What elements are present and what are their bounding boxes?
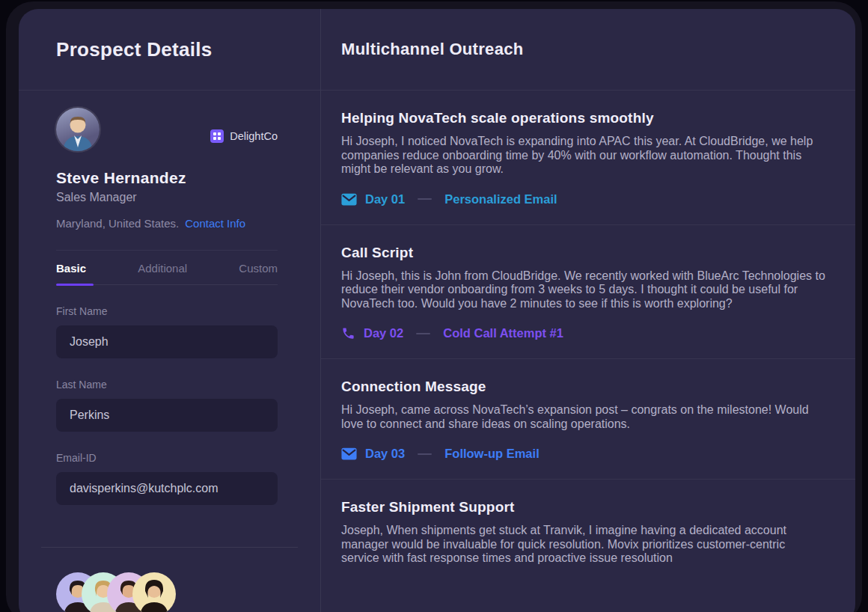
app-window: Prospect Details DelightCo [19,9,855,612]
tab-basic-label: Basic [56,262,86,275]
tab-basic[interactable]: Basic [56,262,86,284]
card-title: Faster Shipment Support [341,499,825,515]
email-id-label: Email-ID [56,452,278,464]
prospect-details-panel: Prospect Details DelightCo [19,9,321,612]
channel-tag: Personalized Email [444,192,557,206]
phone-icon [341,326,355,340]
email-icon [341,193,357,206]
person-photo-icon [56,108,100,151]
outreach-card-day-03: Connection Message Hi Joseph, came acros… [321,359,855,480]
team-avatar [132,572,176,612]
company-name: DelightCo [230,130,278,142]
prospect-panel-header: Prospect Details [19,9,320,91]
email-icon [341,447,357,460]
day-label: Day 03 [365,447,405,461]
multichannel-outreach-panel: Multichannel Outreach Helping NovaTech s… [321,9,855,612]
day-01-link[interactable]: Day 01 Personalized Email [341,192,825,206]
channel-tag: Follow-up Email [444,447,540,461]
outreach-card-day-01: Helping NovaTech scale operations smooth… [321,91,855,225]
active-tab-underline [56,284,94,286]
day-label: Day 02 [364,326,403,340]
separator-dash [418,453,432,455]
card-body: Hi Joseph, came across NovaTech’s expans… [341,403,825,431]
email-id-input[interactable] [56,472,278,505]
divider [41,547,298,548]
card-body: Joseph, When shipments get stuck at Tran… [341,524,825,566]
outreach-card-day-02: Call Script Hi Joseph, this is John from… [321,225,855,360]
tab-additional[interactable]: Additional [138,262,187,284]
prospect-name: Steve Hernandez [56,169,278,187]
team-avatar-stack[interactable] [56,572,278,612]
prospect-location: Maryland, United States. [56,217,179,230]
outreach-panel-title: Multichannel Outreach [341,40,523,59]
contact-info-link[interactable]: Contact Info [185,217,245,230]
card-title: Helping NovaTech scale operations smooth… [341,110,825,126]
prospect-role: Sales Manager [56,191,278,204]
prospect-avatar [56,108,100,151]
tab-custom-label: Custom [239,262,278,275]
outreach-panel-header: Multichannel Outreach [321,9,855,91]
card-title: Call Script [341,245,825,261]
day-label: Day 01 [365,192,405,206]
location-row: Maryland, United States.Contact Info [56,217,278,230]
card-title: Connection Message [341,379,825,395]
tab-additional-label: Additional [138,262,187,275]
outreach-card-4: Faster Shipment Support Joseph, When shi… [321,480,855,584]
prospect-panel-body: DelightCo Steve Hernandez Sales Manager … [19,91,320,612]
last-name-label: Last Name [56,379,278,391]
card-body: Hi Joseph, this is John from CloudBridge… [341,269,825,311]
channel-tag: Cold Call Attempt #1 [443,326,563,340]
profile-row: DelightCo [56,108,278,151]
day-02-link[interactable]: Day 02 Cold Call Attempt #1 [341,326,825,340]
company-building-icon [210,129,224,143]
separator-dash [418,198,432,200]
tab-custom[interactable]: Custom [239,262,278,284]
first-name-label: First Name [56,305,278,317]
card-body: Hi Joseph, I noticed NovaTech is expandi… [341,135,825,177]
company-chip: DelightCo [210,129,278,143]
last-name-input[interactable] [56,399,278,432]
tab-bar: Basic Additional Custom [56,250,278,285]
separator-dash [416,333,430,334]
first-name-input[interactable] [56,325,278,358]
prospect-panel-title: Prospect Details [56,38,213,61]
day-03-link[interactable]: Day 03 Follow-up Email [341,447,825,461]
